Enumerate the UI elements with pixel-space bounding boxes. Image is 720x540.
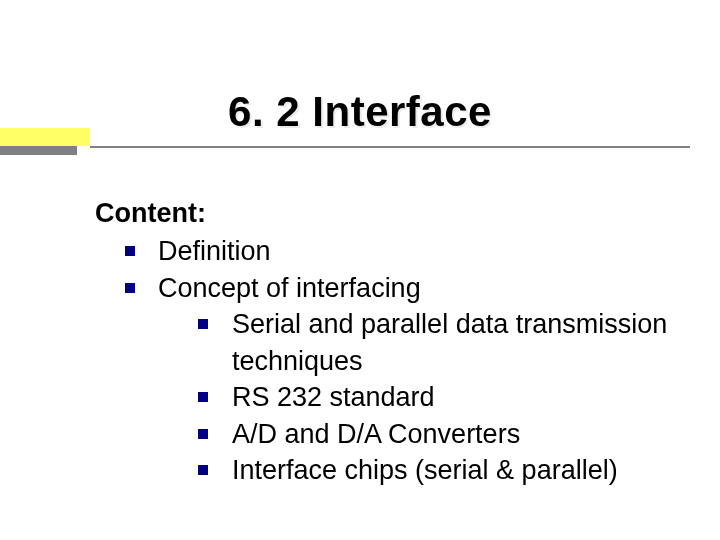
content-sublist: Serial and parallel data transmission te… bbox=[158, 306, 680, 488]
list-item: Concept of interfacing Serial and parall… bbox=[125, 270, 680, 489]
list-item-text: Serial and parallel data transmission te… bbox=[232, 309, 667, 375]
slide-title: 6. 2 Interface bbox=[0, 88, 720, 136]
list-item-text: Definition bbox=[158, 236, 271, 266]
list-item: A/D and D/A Converters bbox=[198, 416, 680, 452]
list-item: Serial and parallel data transmission te… bbox=[198, 306, 680, 379]
list-item-text: Interface chips (serial & parallel) bbox=[232, 455, 618, 485]
list-item-text: RS 232 standard bbox=[232, 382, 435, 412]
list-item: RS 232 standard bbox=[198, 379, 680, 415]
accent-bar-gray bbox=[0, 146, 77, 155]
list-item-text: Concept of interfacing bbox=[158, 273, 421, 303]
list-item: Definition bbox=[125, 233, 680, 269]
title-underline bbox=[90, 146, 690, 148]
content-list: Definition Concept of interfacing Serial… bbox=[95, 233, 680, 488]
slide: 6. 2 Interface Content: Definition Conce… bbox=[0, 0, 720, 540]
content-heading: Content: bbox=[95, 195, 680, 231]
list-item-text: A/D and D/A Converters bbox=[232, 419, 520, 449]
list-item: Interface chips (serial & parallel) bbox=[198, 452, 680, 488]
slide-body: Content: Definition Concept of interfaci… bbox=[95, 195, 680, 489]
